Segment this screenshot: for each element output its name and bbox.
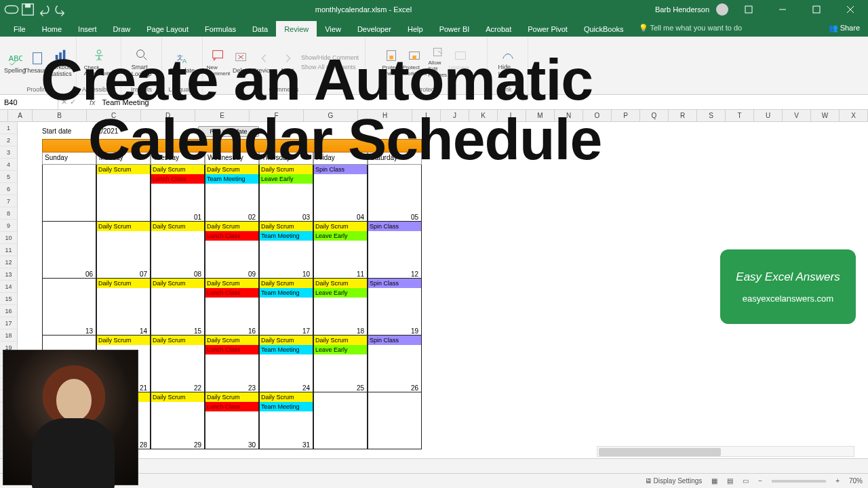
row-header[interactable]: 11 bbox=[0, 244, 17, 256]
calendar-event[interactable]: Spin Class bbox=[368, 222, 421, 231]
tab-quickbooks[interactable]: QuickBooks bbox=[576, 21, 632, 37]
tab-draw[interactable]: Draw bbox=[105, 21, 139, 37]
zoom-in-icon[interactable]: + bbox=[835, 477, 840, 485]
check-accessibility-button[interactable]: Check Accessibility bbox=[90, 47, 108, 78]
calendar-day[interactable]: Daily Scrum22 bbox=[151, 336, 205, 392]
row-header[interactable]: 3 bbox=[0, 146, 17, 159]
calendar-day[interactable]: 13 bbox=[42, 279, 96, 336]
calendar-day[interactable]: 06 bbox=[42, 222, 96, 279]
calendar-day[interactable]: Spin Class04 bbox=[313, 165, 368, 222]
col-header[interactable]: W bbox=[811, 110, 840, 121]
calendar-day[interactable]: Daily Scrum15 bbox=[151, 279, 205, 336]
col-header[interactable]: M bbox=[526, 110, 555, 121]
name-box[interactable]: B40 bbox=[0, 95, 58, 109]
thesaurus-button[interactable]: Thesaurus bbox=[28, 47, 47, 78]
row-header[interactable]: 15 bbox=[0, 293, 17, 305]
row-header[interactable]: 9 bbox=[0, 220, 17, 232]
tab-review[interactable]: Review bbox=[276, 21, 317, 37]
calendar-day[interactable]: Daily ScrumLunch Class09 bbox=[205, 222, 259, 279]
col-header[interactable]: X bbox=[840, 110, 868, 121]
col-header[interactable]: E bbox=[195, 110, 250, 121]
col-header[interactable]: N bbox=[555, 110, 583, 121]
row-header[interactable]: 14 bbox=[0, 281, 17, 293]
calendar-event[interactable]: Daily Scrum bbox=[205, 336, 258, 345]
view-break-icon[interactable]: ▭ bbox=[743, 477, 749, 485]
row-header[interactable]: 7 bbox=[0, 195, 17, 207]
calendar-event[interactable]: Daily Scrum bbox=[151, 165, 204, 174]
tab-insert[interactable]: Insert bbox=[70, 21, 105, 37]
calendar-event[interactable]: Team Meeting bbox=[260, 288, 313, 298]
tab-page-layout[interactable]: Page Layout bbox=[138, 21, 197, 37]
view-normal-icon[interactable]: ▦ bbox=[711, 477, 717, 485]
calendar-event[interactable]: Daily Scrum bbox=[97, 279, 150, 288]
calendar-event[interactable]: Daily Scrum bbox=[151, 222, 204, 231]
col-header[interactable]: P bbox=[612, 110, 640, 121]
view-page-icon[interactable]: ▤ bbox=[727, 477, 733, 485]
calendar-event[interactable]: Leave Early bbox=[314, 345, 367, 354]
calendar-event[interactable]: Team Meeting bbox=[260, 345, 313, 354]
tab-view[interactable]: View bbox=[317, 21, 349, 37]
translate-button[interactable]: 文ATranslate bbox=[173, 47, 192, 78]
row-header[interactable]: 10 bbox=[0, 232, 17, 244]
calendar-event[interactable]: Daily Scrum bbox=[205, 392, 258, 402]
calendar-event[interactable]: Leave Early bbox=[314, 231, 367, 241]
calendar-event[interactable]: Daily Scrum bbox=[260, 279, 313, 288]
workbook-stats-button[interactable]: Workbook Statistics bbox=[52, 47, 71, 78]
calendar-day[interactable]: Daily ScrumLeave Early11 bbox=[313, 222, 368, 279]
tab-help[interactable]: Help bbox=[399, 21, 431, 37]
col-header[interactable]: V bbox=[783, 110, 811, 121]
row-header[interactable]: 16 bbox=[0, 305, 17, 317]
smart-lookup-button[interactable]: Smart Lookup bbox=[132, 47, 151, 78]
tab-developer[interactable]: Developer bbox=[349, 21, 399, 37]
calendar-event[interactable]: Daily Scrum bbox=[97, 336, 150, 345]
col-header[interactable]: B bbox=[33, 110, 87, 121]
tab-formulas[interactable]: Formulas bbox=[197, 21, 244, 37]
save-icon[interactable] bbox=[20, 2, 35, 17]
calendar-event[interactable]: Daily Scrum bbox=[151, 392, 204, 402]
calendar-event[interactable]: Daily Scrum bbox=[97, 165, 150, 174]
enter-formula-icon[interactable]: ✓ bbox=[70, 98, 76, 106]
calendar-event[interactable]: Daily Scrum bbox=[151, 336, 204, 345]
row-header[interactable]: 12 bbox=[0, 256, 17, 268]
calendar-event[interactable]: Daily Scrum bbox=[260, 165, 313, 174]
fx-icon[interactable]: fx bbox=[85, 98, 100, 106]
calendar-day[interactable]: Daily ScrumLunch Class30 bbox=[205, 392, 259, 449]
calendar-event[interactable]: Daily Scrum bbox=[314, 336, 367, 345]
col-header[interactable]: D bbox=[141, 110, 195, 121]
row-header[interactable]: 18 bbox=[0, 329, 17, 342]
hide-ink-button[interactable]: Hide Ink bbox=[498, 47, 517, 78]
calendar-event[interactable]: Lunch Class bbox=[205, 345, 258, 354]
calendar-event[interactable]: Lunch Class bbox=[151, 174, 204, 184]
undo-icon[interactable] bbox=[37, 2, 52, 17]
spelling-button[interactable]: ABCSpelling bbox=[5, 47, 24, 78]
calendar-day[interactable]: Daily ScrumLunch Class16 bbox=[205, 279, 259, 336]
calendar-day[interactable]: Daily ScrumTeam Meeting10 bbox=[259, 222, 313, 279]
row-header[interactable]: 5 bbox=[0, 171, 17, 183]
autosave-toggle[interactable] bbox=[4, 2, 19, 17]
calendar-day[interactable]: Daily ScrumLunch Class01 bbox=[151, 165, 205, 222]
maximize-icon[interactable] bbox=[803, 0, 830, 19]
calendar-day[interactable]: Daily Scrum14 bbox=[96, 279, 151, 336]
calendar-event[interactable]: Spin Class bbox=[314, 165, 367, 174]
row-header[interactable]: 8 bbox=[0, 207, 17, 220]
new-comment-button[interactable]: New Comment bbox=[209, 47, 228, 78]
tab-acrobat[interactable]: Acrobat bbox=[477, 21, 519, 37]
zoom-slider[interactable] bbox=[772, 480, 826, 483]
calendar-day[interactable]: Daily Scrum07 bbox=[96, 222, 151, 279]
calendar-day[interactable]: Daily ScrumLeave Early03 bbox=[259, 165, 313, 222]
row-header[interactable]: 6 bbox=[0, 183, 17, 195]
calendar-day[interactable]: Spin Class19 bbox=[368, 279, 422, 336]
calendar-day[interactable]: Daily ScrumLeave Early18 bbox=[313, 279, 368, 336]
row-header[interactable]: 2 bbox=[0, 134, 17, 146]
formula-input[interactable]: Team Meeting bbox=[100, 98, 152, 106]
tab-powerbi[interactable]: Power BI bbox=[431, 21, 478, 37]
next-comment-button[interactable]: Next bbox=[278, 47, 297, 78]
calendar-event[interactable]: Lunch Class bbox=[205, 231, 258, 241]
calendar-event[interactable]: Lunch Class bbox=[205, 402, 258, 411]
calendar-event[interactable]: Leave Early bbox=[314, 288, 367, 298]
calendar-event[interactable]: Daily Scrum bbox=[205, 279, 258, 288]
calendar-event[interactable]: Team Meeting bbox=[260, 402, 313, 411]
col-header[interactable]: S bbox=[697, 110, 726, 121]
ribbon-options-icon[interactable] bbox=[735, 0, 762, 19]
cancel-formula-icon[interactable]: ✕ bbox=[61, 98, 67, 106]
